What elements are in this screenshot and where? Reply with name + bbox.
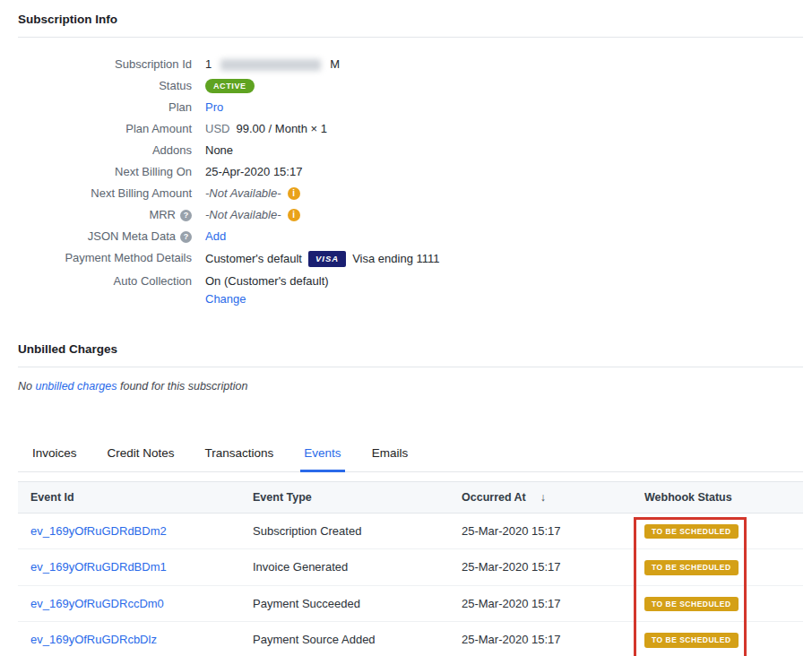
- unbilled-message-prefix: No: [18, 380, 35, 393]
- webhook-status-badge: TO BE SCHEDULED: [644, 597, 739, 612]
- field-value-payment-method-details: Customer's default VISA Visa ending 1111: [205, 251, 440, 267]
- webhook-status-badge: TO BE SCHEDULED: [644, 633, 739, 648]
- event-id-cell: ev_169yOfRuGDRcbDlz: [18, 622, 240, 656]
- field-auto-collection: Auto Collection On (Customer's default) …: [18, 271, 803, 310]
- field-plan-amount: Plan Amount USD 99.00 / Month × 1: [18, 118, 803, 140]
- field-mrr: MRR ? -Not Available- i: [18, 204, 803, 226]
- column-header-event-id: Event Id: [18, 481, 240, 513]
- event-id-cell: ev_169yOfRuGDRdBDm2: [18, 513, 240, 549]
- info-icon[interactable]: i: [288, 209, 300, 221]
- next-billing-amount-text: -Not Available-: [205, 186, 281, 201]
- subscription-id-prefix: 1: [205, 57, 212, 72]
- occurred-at-header-label: Occurred At: [462, 491, 526, 504]
- field-value-plan-amount: USD 99.00 / Month × 1: [205, 122, 327, 136]
- table-header-row: Event Id Event Type Occurred At↓ Webhook…: [18, 481, 803, 513]
- field-value-subscription-id: 1M: [205, 57, 340, 72]
- event-id-link[interactable]: ev_169yOfRuGDRdBDm1: [30, 560, 167, 574]
- event-type-cell: Invoice Generated: [240, 549, 449, 586]
- sort-desc-icon[interactable]: ↓: [540, 491, 546, 504]
- info-icon[interactable]: i: [288, 187, 300, 200]
- column-header-occurred-at[interactable]: Occurred At↓: [449, 481, 632, 513]
- webhook-status-cell: TO BE SCHEDULED: [632, 585, 803, 622]
- field-label-plan: Plan: [18, 100, 192, 115]
- subscription-info-section: Subscription Info Subscription Id 1M Sta…: [18, 7, 803, 310]
- occurred-at-cell: 25-Mar-2020 15:17: [449, 585, 632, 622]
- tab-invoices[interactable]: Invoices: [29, 437, 81, 471]
- tab-emails[interactable]: Emails: [368, 437, 412, 471]
- column-header-webhook-status: Webhook Status: [632, 481, 803, 513]
- event-type-cell: Payment Source Added: [240, 622, 449, 656]
- field-status: Status ACTIVE: [18, 75, 803, 97]
- plan-link[interactable]: Pro: [205, 100, 223, 115]
- field-value-next-billing-on: 25-Apr-2020 15:17: [205, 165, 302, 179]
- field-addons: Addons None: [18, 140, 803, 161]
- mrr-text: -Not Available-: [205, 208, 281, 222]
- field-value-json-meta-data: Add: [205, 229, 226, 244]
- field-label-json-meta-data: JSON Meta Data ?: [18, 229, 192, 244]
- redacted-subscription-id: [220, 59, 321, 71]
- unbilled-charges-message: No unbilled charges found for this subsc…: [18, 380, 803, 393]
- table-row: ev_169yOfRuGDRccDm0 Payment Succeeded 25…: [18, 585, 803, 622]
- plan-amount-text: 99.00 / Month × 1: [236, 122, 327, 136]
- field-value-next-billing-amount: -Not Available- i: [205, 186, 300, 201]
- field-label-next-billing-on: Next Billing On: [18, 165, 192, 179]
- event-id-link[interactable]: ev_169yOfRuGDRccDm0: [30, 597, 164, 610]
- payment-method-text: Customer's default: [205, 252, 302, 266]
- field-json-meta-data: JSON Meta Data ? Add: [18, 226, 803, 247]
- card-ending-text: Visa ending 1111: [352, 252, 439, 266]
- field-label-subscription-id: Subscription Id: [18, 57, 192, 72]
- field-next-billing-on: Next Billing On 25-Apr-2020 15:17: [18, 161, 803, 183]
- change-auto-collection-link[interactable]: Change: [205, 292, 329, 306]
- field-label-plan-amount: Plan Amount: [18, 122, 192, 136]
- field-next-billing-amount: Next Billing Amount -Not Available- i: [18, 183, 803, 204]
- webhook-status-cell: TO BE SCHEDULED: [632, 513, 803, 549]
- tab-events[interactable]: Events: [300, 437, 344, 472]
- events-table-wrap: Event Id Event Type Occurred At↓ Webhook…: [18, 481, 803, 656]
- json-meta-data-label-text: JSON Meta Data: [88, 229, 176, 244]
- field-label-next-billing-amount: Next Billing Amount: [18, 186, 192, 201]
- unbilled-charges-link[interactable]: unbilled charges: [35, 380, 117, 393]
- unbilled-message-suffix: found for this subscription: [117, 380, 248, 393]
- field-value-mrr: -Not Available- i: [205, 208, 300, 222]
- field-value-addons: None: [205, 143, 233, 158]
- field-label-addons: Addons: [18, 143, 192, 158]
- field-value-status: ACTIVE: [205, 79, 255, 93]
- event-id-cell: ev_169yOfRuGDRdBDm1: [18, 549, 240, 586]
- occurred-at-cell: 25-Mar-2020 15:17: [449, 622, 632, 656]
- field-label-status: Status: [18, 79, 192, 93]
- occurred-at-cell: 25-Mar-2020 15:17: [449, 549, 632, 586]
- event-id-link[interactable]: ev_169yOfRuGDRdBDm2: [30, 524, 167, 538]
- subscription-id-suffix: M: [330, 57, 340, 72]
- field-value-auto-collection: On (Customer's default) Change: [205, 274, 329, 306]
- event-type-cell: Subscription Created: [240, 513, 449, 549]
- event-id-cell: ev_169yOfRuGDRccDm0: [18, 585, 240, 622]
- subscription-fields: Subscription Id 1M Status ACTIVE Plan Pr…: [18, 54, 803, 310]
- help-icon[interactable]: ?: [180, 210, 192, 221]
- mrr-label-text: MRR: [149, 208, 176, 222]
- field-value-plan: Pro: [205, 100, 223, 115]
- plan-amount-currency: USD: [205, 122, 229, 136]
- field-plan: Plan Pro: [18, 97, 803, 118]
- webhook-status-badge: TO BE SCHEDULED: [644, 560, 739, 575]
- column-header-event-type: Event Type: [240, 481, 449, 513]
- section-title-unbilled-charges: Unbilled Charges: [18, 337, 803, 367]
- table-row: ev_169yOfRuGDRdBDm2 Subscription Created…: [18, 513, 803, 549]
- section-title-subscription-info: Subscription Info: [18, 7, 803, 38]
- webhook-status-badge: TO BE SCHEDULED: [644, 524, 739, 539]
- tab-credit-notes[interactable]: Credit Notes: [104, 437, 178, 471]
- auto-collection-text: On (Customer's default): [205, 274, 329, 288]
- status-active-badge: ACTIVE: [205, 79, 255, 93]
- field-payment-method-details: Payment Method Details Customer's defaul…: [18, 247, 803, 271]
- visa-card-icon: VISA: [308, 251, 346, 267]
- help-icon[interactable]: ?: [180, 231, 192, 243]
- tab-transactions[interactable]: Transactions: [202, 437, 278, 471]
- table-row: ev_169yOfRuGDRcbDlz Payment Source Added…: [18, 622, 803, 656]
- event-id-link[interactable]: ev_169yOfRuGDRcbDlz: [30, 633, 157, 646]
- add-json-meta-data-link[interactable]: Add: [205, 229, 226, 244]
- tab-bar: Invoices Credit Notes Transactions Event…: [18, 437, 803, 472]
- unbilled-charges-section: Unbilled Charges No unbilled charges fou…: [18, 337, 803, 393]
- occurred-at-cell: 25-Mar-2020 15:17: [449, 513, 632, 549]
- field-label-auto-collection: Auto Collection: [18, 274, 192, 289]
- event-type-cell: Payment Succeeded: [240, 585, 449, 622]
- events-table: Event Id Event Type Occurred At↓ Webhook…: [18, 481, 803, 656]
